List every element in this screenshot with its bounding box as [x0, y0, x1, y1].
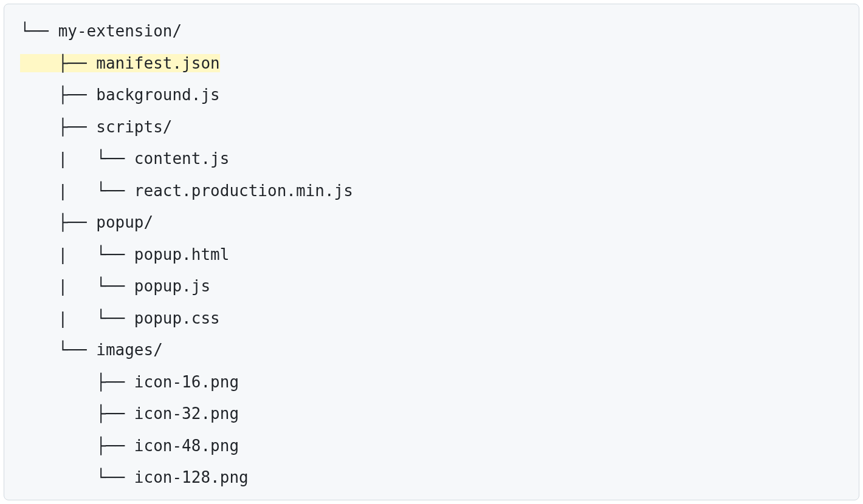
- tree-line: | └── react.production.min.js: [20, 175, 843, 207]
- tree-prefix: | └──: [20, 182, 134, 200]
- tree-line: ├── icon-32.png: [20, 398, 843, 430]
- tree-entry-name: popup/: [96, 213, 153, 231]
- tree-line: ├── background.js: [20, 79, 843, 111]
- tree-entry-name: background.js: [96, 86, 220, 104]
- tree-entry-name: popup.js: [134, 277, 210, 295]
- tree-prefix: └──: [20, 341, 96, 359]
- tree-prefix: ├──: [20, 373, 134, 391]
- tree-prefix: └──: [20, 22, 58, 40]
- tree-entry-name: icon-16.png: [134, 373, 239, 391]
- tree-prefix: | └──: [20, 309, 134, 327]
- tree-line: ├── icon-16.png: [20, 366, 843, 398]
- tree-prefix: ├──: [20, 213, 96, 231]
- tree-entry-name: react.production.min.js: [134, 182, 353, 200]
- tree-line: | └── popup.css: [20, 302, 843, 335]
- tree-line: ├── popup/: [20, 206, 843, 239]
- tree-entry-name: images/: [96, 341, 163, 359]
- tree-prefix: | └──: [20, 245, 134, 264]
- file-tree-block: └── my-extension/ ├── manifest.json ├── …: [4, 4, 859, 500]
- tree-line: | └── popup.html: [20, 239, 843, 271]
- tree-prefix: ├──: [20, 437, 134, 455]
- tree-prefix: | └──: [20, 149, 134, 168]
- tree-entry-name: my-extension/: [58, 22, 182, 40]
- tree-prefix: └──: [20, 468, 134, 486]
- tree-entry-name: icon-128.png: [134, 468, 249, 486]
- tree-entry-name: popup.css: [134, 309, 220, 327]
- tree-prefix: ├──: [20, 86, 96, 104]
- tree-prefix: ├──: [20, 404, 134, 423]
- highlighted-entry: ├── manifest.json: [20, 54, 220, 72]
- tree-entry-name: icon-32.png: [134, 404, 239, 423]
- tree-prefix: ├──: [20, 118, 96, 136]
- tree-line: | └── popup.js: [20, 270, 843, 302]
- file-tree: └── my-extension/ ├── manifest.json ├── …: [20, 15, 843, 494]
- tree-entry-name: manifest.json: [96, 54, 220, 72]
- tree-entry-name: content.js: [134, 149, 230, 168]
- tree-line: └── images/: [20, 334, 843, 366]
- tree-entry-name: icon-48.png: [134, 437, 239, 455]
- tree-prefix: ├──: [20, 54, 96, 72]
- tree-entry-name: scripts/: [96, 118, 172, 136]
- tree-line: ├── icon-48.png: [20, 430, 843, 462]
- tree-line: | └── content.js: [20, 143, 843, 175]
- tree-line: ├── manifest.json: [20, 47, 843, 80]
- tree-line: └── my-extension/: [20, 15, 843, 47]
- tree-prefix: | └──: [20, 277, 134, 295]
- tree-line: ├── scripts/: [20, 111, 843, 143]
- tree-line: └── icon-128.png: [20, 461, 843, 494]
- tree-entry-name: popup.html: [134, 245, 230, 264]
